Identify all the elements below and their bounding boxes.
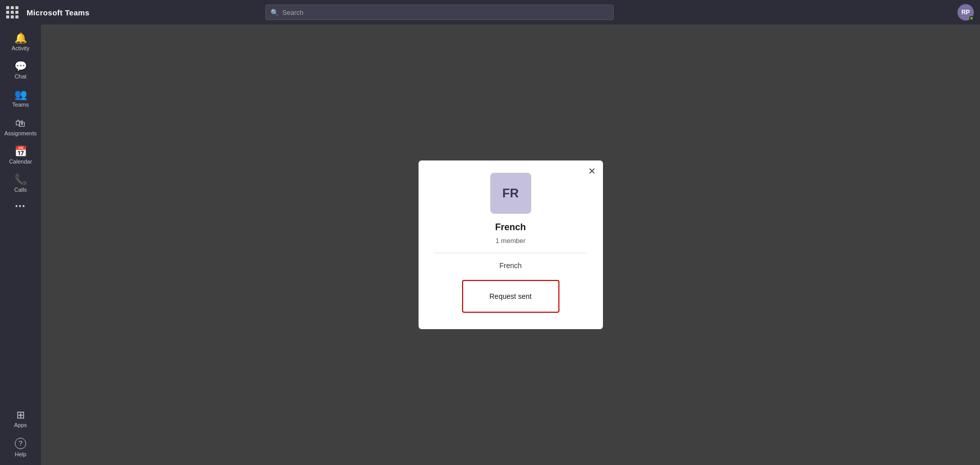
sidebar-item-teams[interactable]: 👥 Teams [3, 85, 38, 111]
team-description: French [499, 261, 522, 270]
chat-icon: 💬 [14, 61, 27, 71]
modal-close-button[interactable]: ✕ [588, 167, 596, 176]
sidebar-item-label-apps: Apps [14, 422, 27, 429]
sidebar-item-apps[interactable]: ⊞ Apps [3, 406, 38, 432]
sidebar-item-label-teams: Teams [12, 102, 29, 108]
teams-icon: 👥 [14, 89, 27, 99]
sidebar-item-label-chat: Chat [14, 73, 26, 80]
topbar: Microsoft Teams 🔍 RP [0, 0, 980, 25]
sidebar-item-activity[interactable]: 🔔 Activity [3, 29, 38, 55]
modal-divider [435, 253, 587, 253]
sidebar: 🔔 Activity 💬 Chat 👥 Teams 🛍 Assignments … [0, 25, 41, 465]
sidebar-item-calls[interactable]: 📞 Calls [3, 170, 38, 196]
main-area: 🔔 Activity 💬 Chat 👥 Teams 🛍 Assignments … [0, 25, 980, 465]
topbar-right: RP [957, 4, 974, 21]
team-join-modal: ✕ FR French 1 member French Request sent [419, 160, 603, 329]
search-input[interactable] [265, 5, 614, 20]
avatar-initials: RP [962, 9, 970, 16]
calendar-icon: 📅 [14, 146, 27, 156]
sidebar-item-label-calendar: Calendar [9, 158, 32, 165]
activity-icon: 🔔 [14, 33, 27, 43]
sidebar-item-chat[interactable]: 💬 Chat [3, 57, 38, 83]
search-icon: 🔍 [270, 9, 279, 16]
assignments-icon: 🛍 [15, 118, 26, 128]
avatar[interactable]: RP [957, 4, 974, 21]
search-bar: 🔍 [265, 5, 614, 20]
sidebar-item-more[interactable]: ••• [3, 198, 38, 213]
modal-overlay: ✕ FR French 1 member French Request sent [41, 25, 980, 465]
more-icon: ••• [15, 203, 26, 210]
team-name: French [495, 222, 526, 233]
content-area: ✕ FR French 1 member French Request sent [41, 25, 980, 465]
request-sent-button[interactable]: Request sent [462, 280, 559, 313]
sidebar-item-label-activity: Activity [12, 45, 30, 52]
help-icon: ? [15, 438, 26, 449]
team-avatar: FR [490, 173, 531, 214]
team-members-count: 1 member [495, 237, 526, 245]
sidebar-item-help[interactable]: ? Help [3, 434, 38, 461]
team-initials: FR [503, 186, 519, 200]
sidebar-item-label-help: Help [15, 451, 27, 458]
apps-icon: ⊞ [16, 410, 25, 420]
calls-icon: 📞 [14, 174, 27, 185]
sidebar-item-label-calls: Calls [14, 187, 27, 193]
grid-icon[interactable] [6, 6, 18, 18]
app-title: Microsoft Teams [27, 8, 90, 17]
sidebar-item-assignments[interactable]: 🛍 Assignments [3, 114, 38, 140]
sidebar-item-calendar[interactable]: 📅 Calendar [3, 142, 38, 168]
sidebar-item-label-assignments: Assignments [5, 130, 37, 137]
avatar-status-indicator [969, 16, 974, 21]
